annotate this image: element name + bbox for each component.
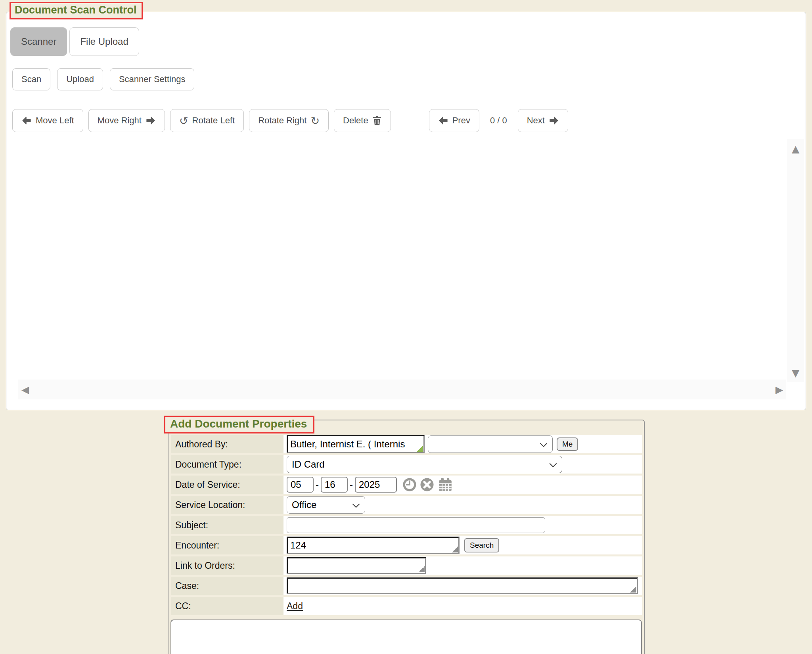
document-properties-title: Add Document Properties bbox=[164, 416, 314, 433]
case-label: Case: bbox=[171, 577, 283, 595]
chevron-down-icon bbox=[352, 499, 360, 510]
next-label: Next bbox=[527, 115, 545, 126]
current-time-button[interactable] bbox=[402, 478, 417, 492]
date-of-service-field: - - bbox=[283, 476, 642, 494]
tab-scanner[interactable]: Scanner bbox=[10, 27, 67, 56]
rotate-left-label: Rotate Left bbox=[192, 115, 235, 126]
encounter-field: Search bbox=[283, 536, 642, 554]
date-separator: - bbox=[316, 479, 319, 490]
move-left-label: Move Left bbox=[36, 115, 74, 126]
move-right-button[interactable]: Move Right bbox=[88, 109, 165, 132]
rotate-left-button[interactable]: ↺ Rotate Left bbox=[170, 109, 244, 132]
case-field bbox=[283, 577, 642, 595]
subject-input[interactable] bbox=[287, 517, 545, 533]
service-location-value: Office bbox=[292, 499, 316, 510]
trash-icon bbox=[372, 115, 382, 126]
date-separator: - bbox=[350, 479, 353, 490]
document-type-field: ID Card bbox=[283, 455, 642, 474]
scan-button[interactable]: Scan bbox=[12, 68, 50, 90]
scan-control-panel: Document Scan Control Scanner File Uploa… bbox=[6, 12, 806, 410]
document-type-label: Document Type: bbox=[171, 455, 283, 474]
document-type-value: ID Card bbox=[292, 459, 325, 470]
calendar-icon bbox=[437, 477, 453, 492]
scroll-right-icon[interactable]: ▶ bbox=[776, 385, 783, 395]
scroll-up-icon[interactable]: ▲ bbox=[787, 144, 804, 154]
arrow-left-icon bbox=[438, 115, 448, 126]
authored-by-field: Me bbox=[283, 435, 642, 453]
page-counter: 0 / 0 bbox=[485, 115, 513, 126]
service-location-select[interactable]: Office bbox=[287, 496, 365, 514]
cc-field: Add bbox=[283, 597, 642, 615]
authored-by-input-wrap bbox=[287, 435, 425, 453]
rotate-left-icon: ↺ bbox=[179, 115, 188, 126]
delete-label: Delete bbox=[343, 115, 368, 126]
case-input[interactable] bbox=[288, 579, 637, 593]
vertical-scrollbar[interactable]: ▲ ▼ bbox=[787, 139, 804, 382]
scroll-down-icon[interactable]: ▼ bbox=[787, 368, 804, 378]
date-day-input[interactable] bbox=[321, 477, 348, 493]
upload-button[interactable]: Upload bbox=[57, 68, 103, 90]
encounter-input[interactable] bbox=[288, 538, 458, 553]
chevron-down-icon bbox=[540, 439, 548, 450]
tab-file-upload[interactable]: File Upload bbox=[69, 27, 139, 56]
link-to-orders-input[interactable] bbox=[288, 558, 425, 573]
rotate-right-label: Rotate Right bbox=[258, 115, 306, 126]
calendar-button[interactable] bbox=[437, 477, 453, 492]
rotate-right-icon: ↻ bbox=[310, 115, 320, 126]
me-button[interactable]: Me bbox=[557, 437, 578, 451]
delete-button[interactable]: Delete bbox=[334, 109, 391, 132]
horizontal-scrollbar[interactable]: ◀ ▶ bbox=[18, 380, 786, 399]
date-month-input[interactable] bbox=[287, 477, 314, 493]
cc-add-link[interactable]: Add bbox=[287, 601, 303, 612]
prev-page-button[interactable]: Prev bbox=[429, 109, 479, 132]
arrow-right-icon bbox=[146, 115, 156, 126]
prev-label: Prev bbox=[452, 115, 470, 126]
chevron-down-icon bbox=[549, 459, 557, 470]
rotate-right-button[interactable]: Rotate Right ↻ bbox=[249, 109, 329, 132]
scan-control-title: Document Scan Control bbox=[10, 2, 143, 19]
service-location-field: Office bbox=[283, 496, 642, 514]
arrow-right-icon bbox=[549, 115, 559, 126]
scan-tabs: Scanner File Upload bbox=[10, 27, 139, 56]
link-to-orders-label: Link to Orders: bbox=[171, 556, 283, 575]
authored-by-input[interactable] bbox=[288, 436, 423, 452]
next-page-button[interactable]: Next bbox=[518, 109, 568, 132]
subject-label: Subject: bbox=[171, 516, 283, 534]
document-type-select[interactable]: ID Card bbox=[287, 456, 562, 473]
case-input-wrap bbox=[287, 577, 638, 594]
scroll-left-icon[interactable]: ◀ bbox=[21, 385, 29, 395]
link-to-orders-input-wrap bbox=[287, 557, 426, 574]
arrow-left-icon bbox=[21, 115, 32, 126]
image-toolbar: Move Left Move Right ↺ Rotate Left Rotat… bbox=[12, 109, 568, 132]
clear-date-button[interactable] bbox=[420, 478, 434, 492]
date-of-service-label: Date of Service: bbox=[171, 476, 283, 494]
encounter-input-wrap bbox=[287, 537, 460, 554]
subject-field bbox=[283, 516, 642, 534]
service-location-label: Service Location: bbox=[171, 496, 283, 514]
authored-by-label: Authored By: bbox=[171, 435, 283, 453]
cc-label: CC: bbox=[171, 597, 283, 615]
authored-by-secondary-select[interactable] bbox=[428, 435, 553, 453]
document-properties-form: Authored By: Me Document Type: ID Card D… bbox=[171, 435, 642, 615]
x-circle-icon bbox=[420, 478, 434, 492]
move-left-button[interactable]: Move Left bbox=[12, 109, 83, 132]
scanner-settings-button[interactable]: Scanner Settings bbox=[110, 68, 195, 90]
document-properties-panel: Add Document Properties Authored By: Me … bbox=[169, 420, 645, 654]
clock-icon bbox=[402, 478, 417, 492]
date-year-input[interactable] bbox=[355, 477, 397, 493]
encounter-label: Encounter: bbox=[171, 536, 283, 554]
move-right-label: Move Right bbox=[98, 115, 142, 126]
link-to-orders-field bbox=[283, 556, 642, 575]
document-notes-textarea[interactable] bbox=[170, 619, 642, 654]
encounter-search-button[interactable]: Search bbox=[464, 538, 499, 552]
scan-action-buttons: Scan Upload Scanner Settings bbox=[12, 68, 194, 90]
